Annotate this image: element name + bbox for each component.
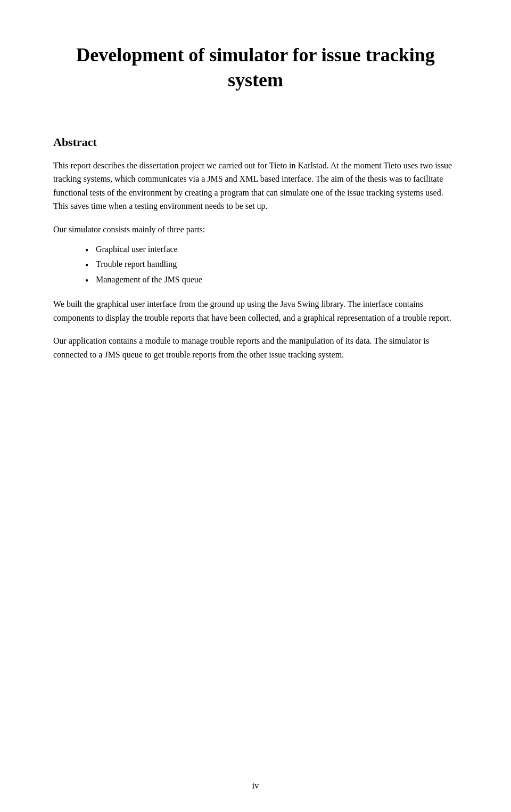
abstract-section: Abstract This report describes the disse…: [53, 135, 458, 362]
abstract-paragraph2: We built the graphical user interface fr…: [53, 297, 458, 324]
abstract-paragraph3: Our application contains a module to man…: [53, 334, 458, 361]
abstract-heading: Abstract: [53, 135, 458, 149]
abstract-paragraph1: This report describes the dissertation p…: [53, 159, 458, 213]
list-item: Management of the JMS queue: [85, 272, 458, 288]
title-section: Development of simulator for issue track…: [53, 43, 458, 93]
bullet-list: Graphical user interface Trouble report …: [85, 242, 458, 288]
list-item: Graphical user interface: [85, 242, 458, 257]
list-item: Trouble report handling: [85, 257, 458, 272]
main-title: Development of simulator for issue track…: [53, 43, 458, 93]
page-number: iv: [252, 781, 259, 791]
bullet-intro: Our simulator consists mainly of three p…: [53, 223, 458, 237]
page: Development of simulator for issue track…: [0, 0, 511, 812]
